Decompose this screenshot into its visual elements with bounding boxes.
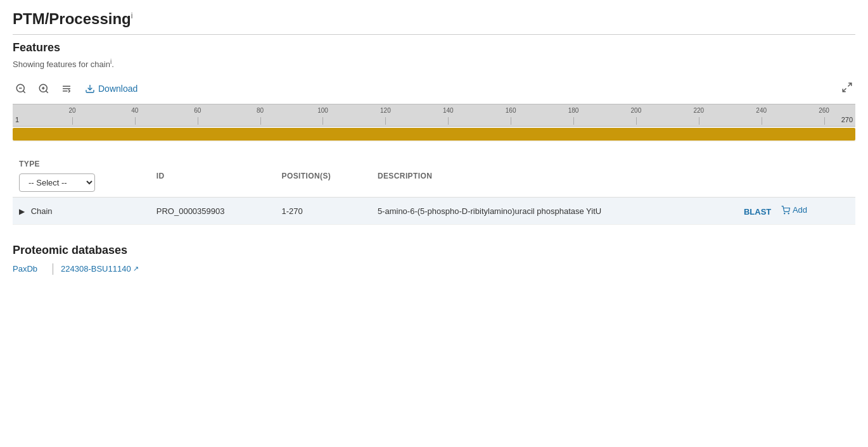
col-header-actions <box>737 154 855 198</box>
table-section: TYPE -- Select -- Chain ID POSITION(S) D… <box>13 154 855 225</box>
cell-description: 5-amino-6-(5-phospho-D-ribitylamino)urac… <box>371 198 737 225</box>
proteomics-section: Proteomic databases PaxDb 224308-BSU1114… <box>13 244 855 275</box>
svg-point-11 <box>788 213 789 213</box>
ruler-tickline-240 <box>762 117 762 125</box>
reset-zoom-button[interactable] <box>58 80 75 97</box>
db-name-label: PaxDb <box>13 264 45 274</box>
table-body: ▶ Chain PRO_0000359903 1-270 5-amino-6-(… <box>13 198 855 225</box>
zoom-in-button[interactable] <box>35 80 52 97</box>
svg-line-1 <box>23 91 25 92</box>
zoom-out-button[interactable] <box>13 80 29 97</box>
ruler-tick-120: 120 <box>380 107 391 114</box>
cell-type: ▶ Chain <box>13 198 150 225</box>
ruler-tickline-260 <box>824 117 825 125</box>
db-separator <box>53 263 53 275</box>
type-filter-select[interactable]: -- Select -- Chain <box>19 173 95 192</box>
page-title-sup: i <box>131 11 133 20</box>
feature-bar-container <box>13 127 855 142</box>
feature-bar-chain[interactable] <box>13 128 855 141</box>
ruler-tickline-20 <box>72 117 73 125</box>
features-section-title: Features <box>13 41 855 54</box>
ruler-tick-220: 220 <box>693 107 704 114</box>
ruler-tickline-200 <box>636 117 637 125</box>
features-table: TYPE -- Select -- Chain ID POSITION(S) D… <box>13 154 855 225</box>
table-header-row: TYPE -- Select -- Chain ID POSITION(S) D… <box>13 154 855 198</box>
ruler-tick-200: 200 <box>631 107 642 114</box>
features-subtitle: Showing features for chaini. <box>13 58 855 69</box>
ruler-tickline-100 <box>322 117 323 125</box>
page-title: PTM/Processingi <box>13 10 855 35</box>
page-title-text: PTM/Processing <box>13 10 131 27</box>
ruler-tick-40: 40 <box>131 107 138 114</box>
row-type-text: Chain <box>31 206 53 216</box>
table-row: ▶ Chain PRO_0000359903 1-270 5-amino-6-(… <box>13 198 855 225</box>
ruler-tickline-220 <box>699 117 699 125</box>
ruler-tick-20: 20 <box>68 107 75 114</box>
add-button[interactable]: Add <box>781 205 807 215</box>
proteomics-row: PaxDb 224308-BSU11140 ↗ <box>13 263 855 275</box>
blast-link[interactable]: BLAST <box>744 207 771 217</box>
expand-row-button[interactable]: ▶ <box>19 207 25 216</box>
ruler-tick-140: 140 <box>443 107 454 114</box>
ruler-tickline-40 <box>135 117 136 125</box>
db-link-text: 224308-BSU11140 <box>61 264 131 274</box>
features-subtitle-text: Showing features for chain <box>13 60 110 69</box>
col-header-id: ID <box>150 154 276 198</box>
db-link[interactable]: 224308-BSU11140 ↗ <box>61 264 139 274</box>
col-header-description: DESCRIPTION <box>371 154 737 198</box>
ruler-start: 1 <box>15 116 19 123</box>
ruler-tick-180: 180 <box>568 107 579 114</box>
col-header-type: TYPE -- Select -- Chain <box>13 154 150 198</box>
cell-positions: 1-270 <box>276 198 371 225</box>
proteomics-section-title: Proteomic databases <box>13 244 855 257</box>
toolbar: Download <box>13 79 855 98</box>
external-link-icon: ↗ <box>133 265 139 273</box>
ruler-inner: 1 270 2040608010012014016018020022024026… <box>13 104 855 126</box>
expand-button[interactable] <box>839 79 855 98</box>
ruler-tickline-120 <box>385 117 386 125</box>
col-header-positions: POSITION(S) <box>276 154 371 198</box>
ruler-tickline-160 <box>511 117 511 125</box>
features-subtitle-end: . <box>112 60 114 69</box>
ruler-tick-100: 100 <box>317 107 328 114</box>
sequence-ruler: 1 270 2040608010012014016018020022024026… <box>13 104 855 127</box>
svg-line-4 <box>46 91 48 92</box>
ruler-tick-60: 60 <box>194 107 201 114</box>
svg-line-9 <box>843 89 846 92</box>
ruler-tickline-80 <box>260 117 261 125</box>
ruler-tick-80: 80 <box>257 107 264 114</box>
ruler-tickline-140 <box>448 117 449 125</box>
cell-id: PRO_0000359903 <box>150 198 276 225</box>
ruler-tickline-60 <box>198 117 198 125</box>
svg-line-8 <box>848 84 852 87</box>
ruler-tickline-180 <box>573 117 574 125</box>
download-button[interactable]: Download <box>81 81 141 96</box>
ruler-end: 270 <box>841 116 853 123</box>
ruler-tick-240: 240 <box>756 107 767 114</box>
cell-actions: BLAST Add <box>737 198 855 225</box>
svg-point-10 <box>784 213 785 213</box>
ruler-tick-160: 160 <box>506 107 516 114</box>
ruler-tick-260: 260 <box>819 107 829 114</box>
download-label: Download <box>98 84 137 94</box>
